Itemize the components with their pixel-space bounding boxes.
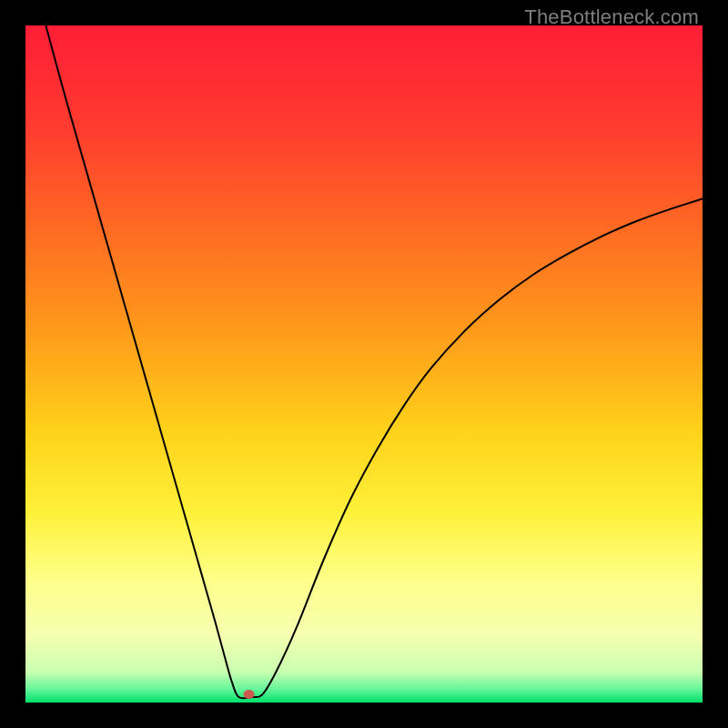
bottleneck-plot <box>25 25 703 703</box>
gradient-background <box>25 25 703 703</box>
chart-frame <box>25 25 703 703</box>
watermark-text: TheBottleneck.com <box>524 5 699 29</box>
minimum-marker <box>244 690 255 699</box>
